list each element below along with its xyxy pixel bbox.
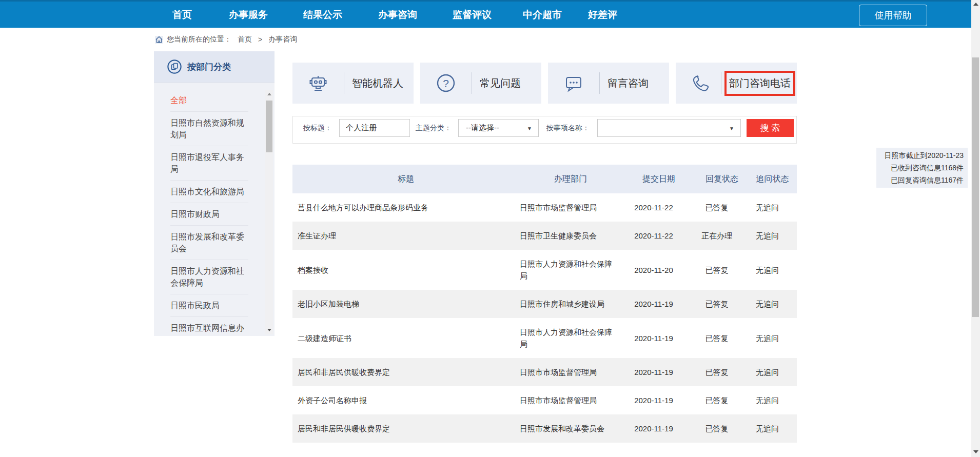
item-name-select[interactable]: ▼ [597,119,741,137]
department-list-item[interactable]: 日照市文化和旅游局 [170,181,248,203]
row-reply-status: 已答复 [691,193,743,222]
table-row[interactable]: 准生证办理 日照市卫生健康委员会 2020-11-22 正在办理 无追问 [292,222,797,250]
row-title[interactable]: 档案接收 [292,250,514,290]
breadcrumb-separator: > [258,35,262,44]
table-row[interactable]: 外资子公司名称申报 日照市市场监督管理局 2020-11-19 已答复 无追问 [292,386,797,414]
sidebar-scrollbar[interactable] [265,90,273,334]
department-list-item[interactable]: 日照市发展和改革委员会 [170,226,248,260]
tab-faq[interactable]: ? 常见问题 [420,63,541,104]
department-list-item[interactable]: 日照市人力资源和社会保障局 [170,260,248,294]
row-ask-status: 无追问 [743,193,792,222]
row-dept: 日照市发展和改革委员会 [514,414,617,443]
table-row[interactable]: 老旧小区加装电梯 日照市住房和城乡建设局 2020-11-19 已答复 无追问 [292,290,797,318]
sidebar-header: 按部门分类 [154,51,275,83]
department-list-item[interactable]: 日照市退役军人事务局 [170,146,248,181]
row-title[interactable]: 二级建造师证书 [292,318,514,358]
row-date: 2020-11-19 [617,290,691,318]
tab-department-phone[interactable]: 部门咨询电话 [676,63,797,104]
breadcrumb-current: 办事咨询 [268,35,297,44]
row-title[interactable]: 外资子公司名称申报 [292,386,514,414]
department-list-item[interactable]: 日照市财政局 [170,203,248,226]
dropdown-arrow-icon: ▼ [729,125,734,131]
row-ask-status: 无追问 [743,222,792,250]
table-header-dept: 办理部门 [519,165,622,193]
department-list-item[interactable]: 日照市互联网信息办 [170,317,248,336]
row-ask-status: 无追问 [743,358,792,386]
tab-label: 留言咨询 [607,63,649,104]
row-date: 2020-11-19 [617,358,691,386]
row-date: 2020-11-22 [617,222,691,250]
row-reply-status: 已答复 [691,358,743,386]
page-scrollbar[interactable] [971,0,980,457]
row-reply-status: 已答复 [691,250,743,290]
stats-line-replied: 已回复咨询信息1167件 [876,174,964,186]
tab-divider [721,72,721,94]
nav-item-supervise[interactable]: 监督评议 [453,8,492,22]
table-header-row: 标题 办理部门 提交日期 回复状态 追问状态 [292,165,797,193]
tab-leave-message[interactable]: 留言咨询 [548,63,669,104]
page-scrollbar-thumb[interactable] [972,57,979,317]
department-list-item[interactable]: 日照市自然资源和规划局 [170,112,248,146]
row-date: 2020-11-19 [617,414,691,443]
question-icon: ? [435,72,457,94]
search-button[interactable]: 搜 索 [747,119,794,137]
message-icon [562,72,585,94]
search-category-label: 主题分类： [416,116,452,140]
row-title[interactable]: 莒县什么地方可以办理商品条形码业务 [292,193,514,222]
search-title-input[interactable] [339,119,410,137]
tab-divider [344,72,344,94]
department-list-item[interactable]: 全部 [170,89,248,112]
home-icon [155,36,163,44]
table-header-reply: 回复状态 [696,165,748,193]
department-list: 全部日照市自然资源和规划局日照市退役军人事务局日照市文化和旅游局日照市财政局日照… [154,83,275,336]
sidebar-scroll-down-icon[interactable] [267,329,271,331]
search-title-label: 按标题： [303,116,332,140]
sidebar-scroll-up-icon[interactable] [267,93,271,95]
table-row[interactable]: 居民和非居民供暖收费界定 日照市市场监督管理局 2020-11-19 已答复 无… [292,358,797,386]
nav-item-agency[interactable]: 中介超市 [523,8,562,22]
row-title[interactable]: 居民和非居民供暖收费界定 [292,414,514,443]
nav-item-rating[interactable]: 好差评 [588,8,617,22]
category-select[interactable]: --请选择-- ▼ [458,119,539,137]
stats-line-received: 已收到咨询信息1168件 [876,162,964,174]
click-target-annotation: 部门咨询电话 [724,71,795,96]
table-row[interactable]: 二级建造师证书 日照市人力资源和社会保障局 2020-11-19 已答复 无追问 [292,318,797,358]
sidebar-scrollbar-thumb[interactable] [266,101,272,152]
row-title[interactable]: 居民和非居民供暖收费界定 [292,358,514,386]
row-dept: 日照市市场监督管理局 [514,386,617,414]
row-dept: 日照市人力资源和社会保障局 [514,318,617,358]
table-row[interactable]: 居民和非居民供暖收费界定 日照市发展和改革委员会 2020-11-19 已答复 … [292,414,797,443]
row-reply-status: 正在办理 [691,222,743,250]
nav-item-consult[interactable]: 办事咨询 [378,8,417,22]
row-title[interactable]: 准生证办理 [292,222,514,250]
row-date: 2020-11-20 [617,250,691,290]
row-reply-status: 已答复 [691,290,743,318]
page: 首页 办事服务 结果公示 办事咨询 监督评议 中介超市 好差评 使用帮助 您当前… [0,0,980,457]
department-sidebar: 按部门分类 全部日照市自然资源和规划局日照市退役军人事务局日照市文化和旅游局日照… [154,51,275,336]
table-header-date: 提交日期 [622,165,696,193]
breadcrumb-home-link[interactable]: 首页 [238,35,252,44]
page-scroll-down-icon[interactable] [973,450,978,453]
sidebar-title: 按部门分类 [187,61,231,73]
table-row[interactable]: 档案接收 日照市人力资源和社会保障局 2020-11-20 已答复 无追问 [292,250,797,290]
row-date: 2020-11-19 [617,318,691,358]
row-title[interactable]: 老旧小区加装电梯 [292,290,514,318]
row-dept: 日照市市场监督管理局 [514,193,617,222]
tab-smart-robot[interactable]: 智能机器人 [292,63,414,104]
row-ask-status: 无追问 [743,250,792,290]
svg-text:?: ? [443,77,449,89]
nav-item-home[interactable]: 首页 [172,8,192,22]
nav-item-results[interactable]: 结果公示 [303,8,342,22]
department-list-item[interactable]: 日照市民政局 [170,294,248,317]
tab-divider [472,72,472,94]
search-item-label: 按事项名称： [546,116,590,140]
dropdown-arrow-icon: ▼ [527,125,532,131]
row-ask-status: 无追问 [743,318,792,358]
nav-item-services[interactable]: 办事服务 [229,8,268,22]
row-reply-status: 已答复 [691,386,743,414]
tab-label: 智能机器人 [352,63,403,104]
sidebar-list-container: 全部日照市自然资源和规划局日照市退役军人事务局日照市文化和旅游局日照市财政局日照… [154,83,275,336]
page-scroll-up-icon[interactable] [973,3,978,6]
table-row[interactable]: 莒县什么地方可以办理商品条形码业务 日照市市场监督管理局 2020-11-22 … [292,193,797,222]
help-button[interactable]: 使用帮助 [859,5,927,26]
